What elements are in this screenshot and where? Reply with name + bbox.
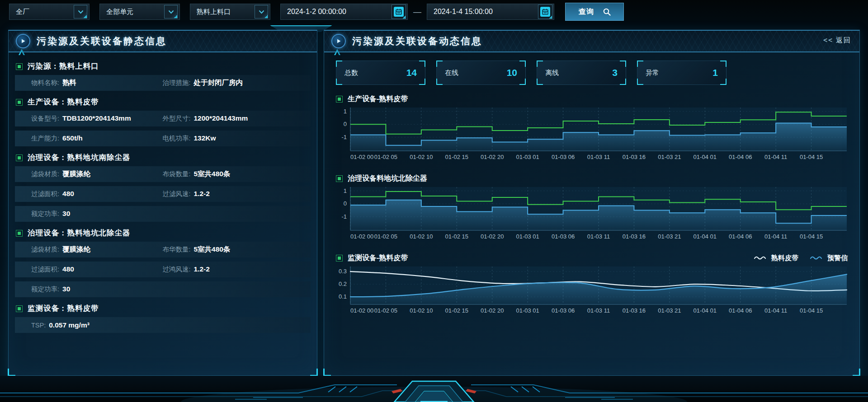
stat-card-在线: 在线10 bbox=[436, 61, 526, 85]
kv-pair: 过鸿风速:1.2-2 bbox=[162, 265, 311, 274]
date-from-value: 2024-1-2 00:00:00 bbox=[287, 8, 346, 16]
kv-label: 物料名称: bbox=[31, 79, 59, 87]
stat-value: 1 bbox=[712, 67, 718, 78]
chart-title-row: 监测设备-熟料皮带 熟料皮带 预警信 bbox=[336, 252, 848, 264]
svg-text:01-02 10: 01-02 10 bbox=[410, 233, 433, 240]
chart-title: 监测设备-熟料皮带 bbox=[348, 253, 408, 263]
calendar-icon-button[interactable] bbox=[538, 5, 552, 19]
svg-text:01-02 00: 01-02 00 bbox=[350, 233, 373, 240]
kv-row: 额定功率:30 bbox=[15, 281, 311, 297]
date-from-input[interactable]: 2024-1-2 00:00:00 bbox=[280, 4, 408, 20]
kv-value: TDB1200*204143mm bbox=[62, 114, 131, 122]
dynamic-panel-title: 污染源及关联设备动态信息 bbox=[352, 35, 482, 47]
chevron-down-icon[interactable] bbox=[74, 5, 87, 19]
chart-title-row: 生产设备-熟料皮带 bbox=[336, 93, 848, 105]
treatment-device-chart: 01-02 0001-02 0501-02 1001-02 1501-02 20… bbox=[336, 184, 849, 242]
svg-text:0: 0 bbox=[344, 121, 347, 127]
kv-label: 额定功率: bbox=[31, 285, 59, 294]
svg-text:01-02 00: 01-02 00 bbox=[350, 154, 373, 160]
kv-label: 过滤风速: bbox=[162, 190, 190, 198]
section-row: 监测设备：熟料皮带 bbox=[16, 301, 311, 316]
section-title: 污染源：熟料上料口 bbox=[28, 61, 99, 71]
section-row: 生产设备：熟料皮带 bbox=[16, 95, 311, 109]
footer-decoration bbox=[0, 376, 868, 402]
svg-text:01-02 20: 01-02 20 bbox=[481, 307, 504, 314]
kv-label: 布袋数量: bbox=[162, 170, 190, 178]
kv-label: 设备型号: bbox=[31, 114, 59, 123]
chevron-down-icon[interactable] bbox=[164, 5, 178, 19]
monitor-device-chart: 01-02 0001-02 0501-02 1001-02 1501-02 20… bbox=[336, 264, 849, 316]
section-row: 治理设备：熟料地坑北除尘器 bbox=[16, 226, 311, 240]
kv-row: 物料名称:熟料治理措施:处于封闭厂房内 bbox=[15, 75, 311, 91]
kv-label: 电机功率: bbox=[162, 134, 190, 143]
stat-label: 总数 bbox=[344, 69, 358, 77]
static-info-panel: 污染源及关联设备静态信息 污染源：熟料上料口物料名称:熟料治理措施:处于封闭厂房… bbox=[8, 30, 317, 376]
svg-text:01-03 11: 01-03 11 bbox=[587, 307, 610, 314]
green-square-bullet bbox=[16, 154, 23, 161]
svg-text:01-03 11: 01-03 11 bbox=[587, 233, 610, 240]
static-panel-header: 污染源及关联设备静态信息 bbox=[9, 31, 317, 52]
source-select-value: 熟料上料口 bbox=[197, 8, 231, 16]
kv-label: 过滤面积: bbox=[31, 190, 59, 198]
svg-text:01-04 06: 01-04 06 bbox=[729, 307, 752, 314]
kv-label: 过滤面积: bbox=[31, 265, 59, 274]
kv-row: 滤袋材质:覆膜涤纶布华数量:5室共480条 bbox=[15, 242, 311, 257]
kv-value: 1200*204143mm bbox=[193, 114, 248, 122]
green-square-bullet bbox=[336, 175, 343, 182]
query-button-label: 查询 bbox=[579, 7, 595, 17]
kv-pair: 滤袋材质:覆膜涤纶 bbox=[31, 169, 162, 179]
kv-label: 滤袋材质: bbox=[31, 170, 59, 178]
svg-text:01-03 01: 01-03 01 bbox=[516, 307, 539, 314]
svg-text:01-02 20: 01-02 20 bbox=[481, 154, 504, 160]
kv-row: 过滤面积:480过鸿风速:1.2-2 bbox=[15, 262, 311, 277]
svg-text:01-03 16: 01-03 16 bbox=[623, 233, 646, 240]
kv-label: 额定功率: bbox=[31, 210, 59, 218]
dynamic-panel-header: 污染源及关联设备动态信息 <<返回 bbox=[324, 31, 859, 52]
kv-pair: 布袋数量:5室共480条 bbox=[162, 169, 311, 179]
calendar-icon bbox=[394, 7, 404, 17]
kv-pair: 电机功率:132Kw bbox=[162, 134, 311, 143]
svg-text:01-02 05: 01-02 05 bbox=[374, 233, 397, 240]
source-select[interactable]: 熟料上料口 bbox=[190, 4, 270, 20]
back-button[interactable]: <<返回 bbox=[823, 36, 851, 45]
kv-value: 覆膜涤纶 bbox=[62, 245, 90, 254]
double-chevron-left-icon: << bbox=[823, 36, 833, 44]
stat-card-离线: 离线3 bbox=[537, 61, 626, 85]
legend-label: 熟料皮带 bbox=[771, 254, 798, 262]
legend-item-warning[interactable]: 预警信 bbox=[810, 254, 848, 262]
static-info-rows: 污染源：熟料上料口物料名称:熟料治理措施:处于封闭厂房内生产设备：熟料皮带设备型… bbox=[9, 52, 317, 333]
static-panel-title: 污染源及关联设备静态信息 bbox=[37, 35, 167, 47]
kv-pair: 过滤面积:480 bbox=[31, 265, 162, 274]
stat-card-总数: 总数14 bbox=[336, 61, 425, 85]
legend-item-belt[interactable]: 熟料皮带 bbox=[754, 254, 798, 262]
svg-text:01-02 15: 01-02 15 bbox=[445, 154, 468, 160]
svg-text:01-04 15: 01-04 15 bbox=[800, 307, 823, 314]
svg-text:0: 0 bbox=[344, 200, 347, 207]
svg-text:01-02 10: 01-02 10 bbox=[410, 154, 433, 160]
kv-row: 生产能力:650t/h电机功率:132Kw bbox=[15, 131, 311, 146]
unit-select[interactable]: 全部单元 bbox=[99, 4, 180, 20]
chart-block-monitor: 监测设备-熟料皮带 熟料皮带 预警信 01-02 0001-02 0501-02… bbox=[336, 252, 848, 318]
device-stats-row: 总数14在线10离线3异常1 bbox=[336, 61, 848, 85]
calendar-icon-button[interactable] bbox=[392, 5, 406, 19]
svg-text:01-03 06: 01-03 06 bbox=[552, 154, 575, 160]
kv-value: 132Kw bbox=[193, 134, 216, 142]
svg-text:01-04 15: 01-04 15 bbox=[800, 233, 823, 240]
kv-label: 生产能力: bbox=[31, 134, 59, 143]
kv-value: 480 bbox=[62, 265, 74, 273]
svg-text:01-02 15: 01-02 15 bbox=[445, 233, 468, 240]
play-icon bbox=[331, 34, 346, 48]
chart-title: 治理设备料地坑北除尘器 bbox=[348, 174, 427, 183]
kv-label: 外型尺寸: bbox=[162, 114, 190, 123]
query-button[interactable]: 查询 bbox=[565, 3, 624, 21]
green-square-bullet bbox=[336, 255, 343, 262]
svg-text:01-04 11: 01-04 11 bbox=[764, 233, 787, 240]
svg-text:01-02 10: 01-02 10 bbox=[410, 307, 433, 314]
plant-select[interactable]: 全厂 bbox=[9, 4, 90, 20]
chevron-down-icon[interactable] bbox=[255, 5, 268, 19]
kv-pair: 生产能力:650t/h bbox=[31, 134, 162, 143]
svg-text:01-04 01: 01-04 01 bbox=[693, 233, 717, 240]
production-device-chart: 01-02 0001-02 0501-02 1001-02 1501-02 20… bbox=[336, 105, 849, 163]
date-to-input[interactable]: 2024-1-4 15:00:00 bbox=[427, 4, 554, 20]
svg-text:01-03 06: 01-03 06 bbox=[552, 307, 575, 314]
